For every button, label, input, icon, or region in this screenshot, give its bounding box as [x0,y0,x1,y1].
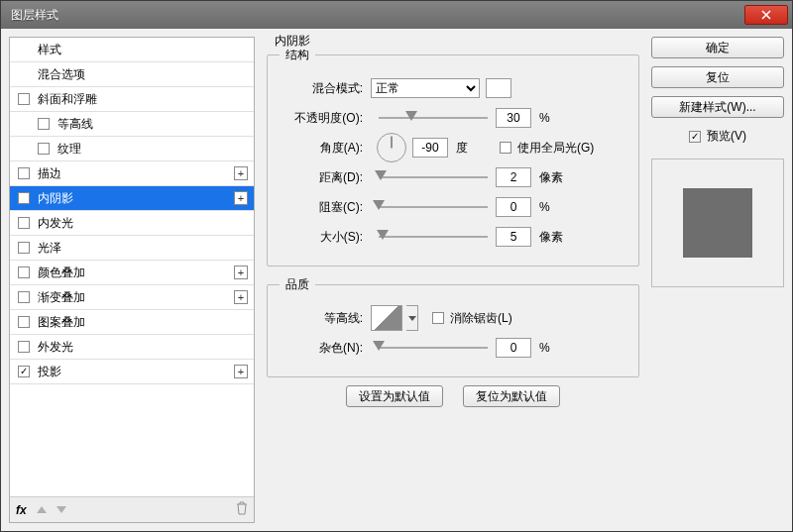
blend-mode-label: 混合模式: [280,80,371,97]
effect-checkbox[interactable] [18,93,30,105]
effect-row-11[interactable]: 投影+ [10,360,254,384]
sidebar-header-styles[interactable]: 样式 [10,38,254,62]
effect-label: 斜面和浮雕 [38,91,248,108]
close-icon [761,10,771,20]
effect-label: 内阴影 [38,190,234,207]
noise-input[interactable] [496,338,531,358]
close-button[interactable] [744,5,788,25]
move-down-icon[interactable] [57,506,66,513]
quality-group: 品质 等高线: 消除锯齿(L) 杂色(N): % [267,276,639,377]
effect-checkbox[interactable] [18,266,30,278]
choke-input[interactable] [496,197,531,217]
noise-unit: % [539,341,569,355]
layer-style-dialog: 图层样式 样式 混合选项 斜面和浮雕等高线纹理描边+内阴影+内发光光泽颜色叠加+… [0,0,793,532]
effect-checkbox[interactable] [18,316,30,328]
effect-label: 等高线 [57,116,248,133]
set-default-button[interactable]: 设置为默认值 [346,385,443,407]
delete-effect-button[interactable] [236,501,248,518]
contour-label: 等高线: [280,310,371,327]
angle-unit: 度 [456,140,486,157]
effects-list: 样式 混合选项 斜面和浮雕等高线纹理描边+内阴影+内发光光泽颜色叠加+渐变叠加+… [10,38,254,496]
ok-button[interactable]: 确定 [651,37,784,58]
effect-row-0[interactable]: 斜面和浮雕 [10,87,254,112]
window-title: 图层样式 [11,7,744,24]
new-style-button[interactable]: 新建样式(W)... [651,96,784,118]
size-unit: 像素 [539,229,569,246]
effect-checkbox[interactable] [18,167,30,179]
antialias-checkbox[interactable] [432,312,444,324]
effect-label: 描边 [38,165,234,182]
effect-label: 图案叠加 [38,314,248,331]
choke-label: 阻塞(C): [280,199,371,216]
blend-mode-select[interactable]: 正常 [371,78,480,98]
add-effect-instance-button[interactable]: + [234,191,248,205]
effect-checkbox[interactable] [38,118,50,130]
distance-input[interactable] [496,167,531,187]
distance-slider[interactable] [379,174,488,180]
effect-checkbox[interactable] [18,242,30,254]
panel-title: 内阴影 [271,33,314,50]
reset-default-button[interactable]: 复位为默认值 [463,385,560,407]
choke-slider[interactable] [379,204,488,210]
effects-sidebar: 样式 混合选项 斜面和浮雕等高线纹理描边+内阴影+内发光光泽颜色叠加+渐变叠加+… [9,37,255,523]
noise-slider[interactable] [379,345,488,351]
angle-dial[interactable] [377,133,406,162]
opacity-slider[interactable] [379,115,488,121]
add-effect-instance-button[interactable]: + [234,266,248,279]
effect-label: 内发光 [38,215,248,232]
effect-checkbox[interactable] [18,291,30,303]
effect-checkbox[interactable] [18,192,30,204]
effect-label: 渐变叠加 [38,289,234,306]
effect-row-5[interactable]: 内发光 [10,211,254,236]
effect-row-10[interactable]: 外发光 [10,335,254,360]
effect-checkbox[interactable] [18,341,30,353]
effect-checkbox[interactable] [38,143,50,155]
effect-label: 纹理 [57,141,248,158]
effect-row-2[interactable]: 纹理 [10,137,254,161]
antialias-label: 消除锯齿(L) [450,310,512,327]
fx-menu[interactable]: fx [16,503,27,517]
preview-swatch [683,188,752,258]
effect-checkbox[interactable] [18,217,30,229]
size-label: 大小(S): [280,229,371,246]
size-input[interactable] [496,227,531,247]
angle-input[interactable] [412,138,448,158]
add-effect-instance-button[interactable]: + [234,365,248,378]
effect-label: 投影 [38,364,234,380]
effect-row-6[interactable]: 光泽 [10,236,254,261]
quality-legend: 品质 [280,276,315,293]
choke-unit: % [539,200,569,214]
shadow-color-swatch[interactable] [486,78,511,98]
noise-label: 杂色(N): [280,340,371,357]
preview-box [651,159,784,287]
effect-row-9[interactable]: 图案叠加 [10,310,254,335]
reset-button[interactable]: 复位 [651,66,784,88]
distance-unit: 像素 [539,169,569,186]
effect-row-3[interactable]: 描边+ [10,161,254,186]
opacity-input[interactable] [496,108,531,128]
sidebar-footer: fx [10,496,254,522]
preview-label: 预览(V) [707,128,746,145]
sidebar-header-blend-options[interactable]: 混合选项 [10,62,254,87]
effect-row-7[interactable]: 颜色叠加+ [10,261,254,285]
distance-label: 距离(D): [280,169,371,186]
size-slider[interactable] [379,234,488,240]
contour-picker[interactable] [371,305,402,331]
titlebar[interactable]: 图层样式 [1,1,792,29]
effect-row-4[interactable]: 内阴影+ [10,186,254,211]
effect-label: 外发光 [38,339,248,356]
effect-row-8[interactable]: 渐变叠加+ [10,285,254,310]
effect-label: 光泽 [38,240,248,257]
preview-checkbox[interactable] [689,131,701,143]
effect-row-1[interactable]: 等高线 [10,112,254,137]
add-effect-instance-button[interactable]: + [234,166,248,180]
contour-dropdown[interactable] [406,305,418,331]
global-light-label: 使用全局光(G) [517,140,594,157]
global-light-checkbox[interactable] [500,142,511,154]
effect-checkbox[interactable] [18,366,30,377]
add-effect-instance-button[interactable]: + [234,290,248,304]
right-buttons: 确定 复位 新建样式(W)... 预览(V) [651,37,784,523]
move-up-icon[interactable] [37,506,47,513]
structure-group: 结构 混合模式: 正常 不透明度(O): % 角度(A): 度 [267,47,639,266]
angle-label: 角度(A): [280,140,371,157]
